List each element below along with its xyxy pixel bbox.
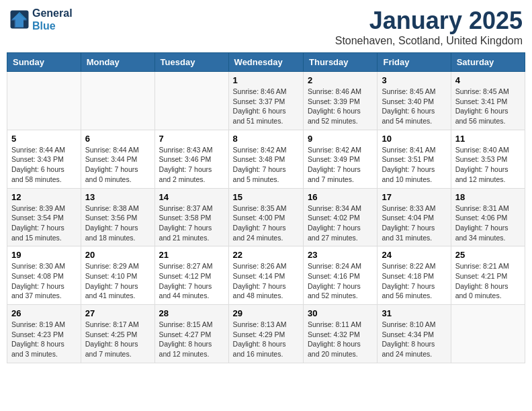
day-number: 13	[85, 192, 150, 202]
day-number: 12	[11, 192, 77, 202]
calendar-cell: 16Sunrise: 8:34 AMSunset: 4:02 PMDayligh…	[304, 188, 378, 246]
calendar-cell: 3Sunrise: 8:45 AMSunset: 3:40 PMDaylight…	[378, 72, 451, 130]
day-info: Sunrise: 8:21 AMSunset: 4:21 PMDaylight:…	[455, 261, 521, 301]
calendar-cell: 25Sunrise: 8:21 AMSunset: 4:21 PMDayligh…	[451, 246, 525, 305]
calendar-cell: 24Sunrise: 8:22 AMSunset: 4:18 PMDayligh…	[378, 246, 451, 305]
day-number: 2	[308, 75, 373, 85]
day-number: 6	[85, 134, 150, 144]
day-info: Sunrise: 8:44 AMSunset: 3:43 PMDaylight:…	[11, 145, 77, 185]
day-info: Sunrise: 8:17 AMSunset: 4:25 PMDaylight:…	[85, 320, 150, 359]
calendar-cell	[451, 305, 525, 363]
day-number: 9	[308, 134, 373, 144]
day-number: 22	[233, 250, 299, 260]
calendar-cell: 7Sunrise: 8:43 AMSunset: 3:46 PMDaylight…	[154, 130, 228, 188]
calendar-cell: 23Sunrise: 8:24 AMSunset: 4:16 PMDayligh…	[304, 246, 378, 305]
day-number: 17	[382, 192, 446, 202]
calendar-cell: 26Sunrise: 8:19 AMSunset: 4:23 PMDayligh…	[7, 305, 81, 363]
header-sunday: Sunday	[7, 53, 81, 72]
day-info: Sunrise: 8:34 AMSunset: 4:02 PMDaylight:…	[308, 203, 373, 243]
day-number: 15	[233, 192, 299, 202]
day-number: 3	[382, 75, 446, 85]
day-number: 5	[11, 134, 77, 144]
day-number: 11	[455, 134, 521, 144]
day-info: Sunrise: 8:26 AMSunset: 4:14 PMDaylight:…	[233, 261, 299, 301]
header-monday: Monday	[81, 53, 154, 72]
day-info: Sunrise: 8:46 AMSunset: 3:39 PMDaylight:…	[308, 87, 373, 126]
day-info: Sunrise: 8:22 AMSunset: 4:18 PMDaylight:…	[382, 261, 446, 301]
day-info: Sunrise: 8:43 AMSunset: 3:46 PMDaylight:…	[159, 145, 224, 185]
calendar-cell: 22Sunrise: 8:26 AMSunset: 4:14 PMDayligh…	[228, 246, 303, 305]
calendar-cell: 14Sunrise: 8:37 AMSunset: 3:58 PMDayligh…	[154, 188, 228, 246]
day-number: 14	[159, 192, 224, 202]
header-wednesday: Wednesday	[228, 53, 303, 72]
calendar-cell	[7, 72, 81, 130]
day-number: 28	[159, 308, 224, 318]
day-number: 29	[233, 308, 299, 318]
day-info: Sunrise: 8:42 AMSunset: 3:49 PMDaylight:…	[308, 145, 373, 185]
day-number: 1	[233, 75, 299, 85]
day-info: Sunrise: 8:19 AMSunset: 4:23 PMDaylight:…	[11, 320, 77, 359]
day-info: Sunrise: 8:41 AMSunset: 3:51 PMDaylight:…	[382, 145, 446, 185]
calendar-week-1: 5Sunrise: 8:44 AMSunset: 3:43 PMDaylight…	[7, 130, 525, 188]
day-info: Sunrise: 8:30 AMSunset: 4:08 PMDaylight:…	[11, 261, 77, 301]
day-info: Sunrise: 8:42 AMSunset: 3:48 PMDaylight:…	[233, 145, 299, 185]
day-info: Sunrise: 8:33 AMSunset: 4:04 PMDaylight:…	[382, 203, 446, 243]
logo-icon	[9, 9, 30, 30]
day-info: Sunrise: 8:38 AMSunset: 3:56 PMDaylight:…	[85, 203, 150, 243]
header-friday: Friday	[378, 53, 451, 72]
calendar-cell: 18Sunrise: 8:31 AMSunset: 4:06 PMDayligh…	[451, 188, 525, 246]
day-info: Sunrise: 8:13 AMSunset: 4:29 PMDaylight:…	[233, 320, 299, 359]
day-number: 21	[159, 250, 224, 260]
calendar-cell: 10Sunrise: 8:41 AMSunset: 3:51 PMDayligh…	[378, 130, 451, 188]
day-info: Sunrise: 8:35 AMSunset: 4:00 PMDaylight:…	[233, 203, 299, 243]
day-number: 7	[159, 134, 224, 144]
day-number: 31	[382, 308, 446, 318]
day-number: 27	[85, 308, 150, 318]
calendar-week-4: 26Sunrise: 8:19 AMSunset: 4:23 PMDayligh…	[7, 305, 525, 363]
day-info: Sunrise: 8:37 AMSunset: 3:58 PMDaylight:…	[159, 203, 224, 243]
calendar-cell: 11Sunrise: 8:40 AMSunset: 3:53 PMDayligh…	[451, 130, 525, 188]
calendar-table: Sunday Monday Tuesday Wednesday Thursday…	[7, 52, 525, 363]
day-number: 19	[11, 250, 77, 260]
day-number: 23	[308, 250, 373, 260]
calendar-cell: 12Sunrise: 8:39 AMSunset: 3:54 PMDayligh…	[7, 188, 81, 246]
day-info: Sunrise: 8:31 AMSunset: 4:06 PMDaylight:…	[455, 203, 521, 243]
day-info: Sunrise: 8:46 AMSunset: 3:37 PMDaylight:…	[233, 87, 299, 126]
day-number: 16	[308, 192, 373, 202]
day-info: Sunrise: 8:11 AMSunset: 4:32 PMDaylight:…	[308, 320, 373, 359]
calendar-cell: 13Sunrise: 8:38 AMSunset: 3:56 PMDayligh…	[81, 188, 154, 246]
day-info: Sunrise: 8:15 AMSunset: 4:27 PMDaylight:…	[159, 320, 224, 359]
calendar-cell: 9Sunrise: 8:42 AMSunset: 3:49 PMDaylight…	[304, 130, 378, 188]
calendar-cell: 21Sunrise: 8:27 AMSunset: 4:12 PMDayligh…	[154, 246, 228, 305]
calendar-cell: 15Sunrise: 8:35 AMSunset: 4:00 PMDayligh…	[228, 188, 303, 246]
day-number: 24	[382, 250, 446, 260]
calendar-week-3: 19Sunrise: 8:30 AMSunset: 4:08 PMDayligh…	[7, 246, 525, 305]
day-number: 25	[455, 250, 521, 260]
header-saturday: Saturday	[451, 53, 525, 72]
logo-text: General Blue	[32, 7, 73, 32]
calendar-header-row: Sunday Monday Tuesday Wednesday Thursday…	[7, 53, 525, 72]
day-number: 8	[233, 134, 299, 144]
calendar-cell: 17Sunrise: 8:33 AMSunset: 4:04 PMDayligh…	[378, 188, 451, 246]
day-info: Sunrise: 8:44 AMSunset: 3:44 PMDaylight:…	[85, 145, 150, 185]
calendar-cell: 6Sunrise: 8:44 AMSunset: 3:44 PMDaylight…	[81, 130, 154, 188]
day-info: Sunrise: 8:45 AMSunset: 3:41 PMDaylight:…	[455, 87, 521, 126]
page-header: General Blue January 2025 Stonehaven, Sc…	[7, 7, 525, 47]
location-title: Stonehaven, Scotland, United Kingdom	[335, 35, 523, 47]
calendar-cell: 8Sunrise: 8:42 AMSunset: 3:48 PMDaylight…	[228, 130, 303, 188]
day-info: Sunrise: 8:45 AMSunset: 3:40 PMDaylight:…	[382, 87, 446, 126]
day-number: 20	[85, 250, 150, 260]
day-info: Sunrise: 8:27 AMSunset: 4:12 PMDaylight:…	[159, 261, 224, 301]
calendar-cell: 1Sunrise: 8:46 AMSunset: 3:37 PMDaylight…	[228, 72, 303, 130]
calendar-cell: 4Sunrise: 8:45 AMSunset: 3:41 PMDaylight…	[451, 72, 525, 130]
calendar-week-0: 1Sunrise: 8:46 AMSunset: 3:37 PMDaylight…	[7, 72, 525, 130]
calendar-cell: 27Sunrise: 8:17 AMSunset: 4:25 PMDayligh…	[81, 305, 154, 363]
header-thursday: Thursday	[304, 53, 378, 72]
day-info: Sunrise: 8:29 AMSunset: 4:10 PMDaylight:…	[85, 261, 150, 301]
header-tuesday: Tuesday	[154, 53, 228, 72]
day-number: 18	[455, 192, 521, 202]
day-info: Sunrise: 8:10 AMSunset: 4:34 PMDaylight:…	[382, 320, 446, 359]
calendar-cell: 2Sunrise: 8:46 AMSunset: 3:39 PMDaylight…	[304, 72, 378, 130]
calendar-cell: 29Sunrise: 8:13 AMSunset: 4:29 PMDayligh…	[228, 305, 303, 363]
day-info: Sunrise: 8:39 AMSunset: 3:54 PMDaylight:…	[11, 203, 77, 243]
